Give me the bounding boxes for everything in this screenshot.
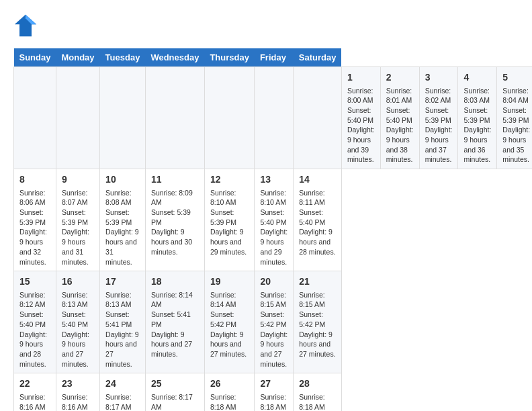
sunrise-info: Sunrise: 8:13 AM <box>62 290 94 310</box>
weekday-header-sunday: Sunday <box>14 48 56 67</box>
calendar-cell: 8 Sunrise: 8:06 AM Sunset: 5:39 PM Dayli… <box>14 169 56 271</box>
sunrise-info: Sunrise: 8:14 AM <box>210 290 249 310</box>
calendar-cell: 12 Sunrise: 8:10 AM Sunset: 5:39 PM Dayl… <box>204 169 255 271</box>
weekday-header-thursday: Thursday <box>204 48 255 67</box>
calendar-cell: 23 Sunrise: 8:16 AM Sunset: 5:44 PM Dayl… <box>56 373 99 411</box>
calendar-cell: 28 Sunrise: 8:18 AM Sunset: 5:47 PM Dayl… <box>294 373 342 411</box>
sunset-info: Sunset: 5:39 PM <box>425 105 453 125</box>
sunrise-info: Sunrise: 8:14 AM <box>151 290 199 310</box>
day-number: 20 <box>260 275 287 289</box>
sunrise-info: Sunrise: 8:10 AM <box>260 188 287 208</box>
daylight-info: Daylight: 9 hours and 36 minutes. <box>463 125 491 165</box>
calendar-cell: 4 Sunrise: 8:03 AM Sunset: 5:39 PM Dayli… <box>458 67 497 169</box>
sunrise-info: Sunrise: 8:00 AM <box>347 86 375 105</box>
weekday-header-wednesday: Wednesday <box>145 48 204 67</box>
daylight-info: Daylight: 9 hours and 27 minutes. <box>62 330 94 369</box>
day-number: 8 <box>19 173 50 187</box>
calendar-cell: 24 Sunrise: 8:17 AM Sunset: 5:44 PM Dayl… <box>100 373 146 411</box>
daylight-info: Daylight: 9 hours and 35 minutes. <box>502 125 530 165</box>
daylight-info: Daylight: 9 hours and 27 minutes. <box>151 330 199 359</box>
calendar-cell: 11 Sunrise: 8:09 AM Sunset: 5:39 PM Dayl… <box>145 169 204 271</box>
sunrise-info: Sunrise: 8:03 AM <box>463 86 491 105</box>
sunrise-info: Sunrise: 8:07 AM <box>62 188 94 208</box>
weekday-header-friday: Friday <box>255 48 294 67</box>
day-number: 14 <box>299 173 336 187</box>
day-number: 19 <box>210 275 249 289</box>
day-number: 3 <box>425 71 453 85</box>
sunrise-info: Sunrise: 8:09 AM <box>151 188 199 208</box>
calendar-cell: 9 Sunrise: 8:07 AM Sunset: 5:39 PM Dayli… <box>56 169 99 271</box>
daylight-info: Daylight: 9 hours and 30 minutes. <box>151 227 199 257</box>
sunset-info: Sunset: 5:40 PM <box>19 310 50 329</box>
daylight-info: Daylight: 9 hours and 29 minutes. <box>260 227 287 267</box>
calendar-cell: 2 Sunrise: 8:01 AM Sunset: 5:40 PM Dayli… <box>380 67 419 169</box>
sunrise-info: Sunrise: 8:08 AM <box>105 188 140 208</box>
sunset-info: Sunset: 5:40 PM <box>299 208 336 227</box>
sunrise-info: Sunrise: 8:04 AM <box>502 86 530 105</box>
calendar-cell: 20 Sunrise: 8:15 AM Sunset: 5:42 PM Dayl… <box>255 271 294 373</box>
calendar-cell <box>204 67 255 169</box>
day-number: 28 <box>299 377 336 391</box>
day-number: 4 <box>463 71 491 85</box>
sunset-info: Sunset: 5:39 PM <box>19 208 50 227</box>
calendar-cell: 26 Sunrise: 8:18 AM Sunset: 5:45 PM Dayl… <box>204 373 255 411</box>
sunrise-info: Sunrise: 8:18 AM <box>260 392 287 411</box>
day-number: 17 <box>105 275 140 289</box>
calendar-week-row: 15 Sunrise: 8:12 AM Sunset: 5:40 PM Dayl… <box>14 271 533 373</box>
calendar-cell: 21 Sunrise: 8:15 AM Sunset: 5:42 PM Dayl… <box>294 271 342 373</box>
calendar-cell: 14 Sunrise: 8:11 AM Sunset: 5:40 PM Dayl… <box>294 169 342 271</box>
daylight-info: Daylight: 9 hours and 38 minutes. <box>386 125 414 165</box>
day-number: 13 <box>260 173 287 187</box>
sunset-info: Sunset: 5:42 PM <box>299 310 336 329</box>
sunset-info: Sunset: 5:40 PM <box>62 310 94 329</box>
sunset-info: Sunset: 5:40 PM <box>347 105 375 125</box>
calendar-cell: 1 Sunrise: 8:00 AM Sunset: 5:40 PM Dayli… <box>341 67 380 169</box>
daylight-info: Daylight: 9 hours and 31 minutes. <box>62 227 94 267</box>
day-number: 21 <box>299 275 336 289</box>
daylight-info: Daylight: 9 hours and 37 minutes. <box>425 125 453 165</box>
calendar-cell: 10 Sunrise: 8:08 AM Sunset: 5:39 PM Dayl… <box>100 169 146 271</box>
sunrise-info: Sunrise: 8:17 AM <box>151 392 199 411</box>
sunrise-info: Sunrise: 8:16 AM <box>62 392 94 411</box>
day-number: 5 <box>502 71 530 85</box>
sunrise-info: Sunrise: 8:01 AM <box>386 86 414 105</box>
day-number: 22 <box>19 377 50 391</box>
calendar-cell <box>14 67 56 169</box>
sunset-info: Sunset: 5:39 PM <box>502 105 530 125</box>
calendar-cell <box>100 67 146 169</box>
calendar-table: SundayMondayTuesdayWednesdayThursdayFrid… <box>13 48 532 411</box>
calendar-cell: 18 Sunrise: 8:14 AM Sunset: 5:41 PM Dayl… <box>145 271 204 373</box>
page-header <box>13 13 519 38</box>
sunrise-info: Sunrise: 8:18 AM <box>210 392 249 411</box>
day-number: 26 <box>210 377 249 391</box>
calendar-cell: 19 Sunrise: 8:14 AM Sunset: 5:42 PM Dayl… <box>204 271 255 373</box>
sunrise-info: Sunrise: 8:15 AM <box>260 290 287 310</box>
calendar-cell: 27 Sunrise: 8:18 AM Sunset: 5:46 PM Dayl… <box>255 373 294 411</box>
daylight-info: Daylight: 9 hours and 32 minutes. <box>19 227 50 267</box>
day-number: 24 <box>105 377 140 391</box>
daylight-info: Daylight: 9 hours and 31 minutes. <box>105 227 140 267</box>
sunset-info: Sunset: 5:41 PM <box>105 310 140 329</box>
logo <box>13 13 42 38</box>
weekday-header-tuesday: Tuesday <box>100 48 146 67</box>
calendar-cell: 5 Sunrise: 8:04 AM Sunset: 5:39 PM Dayli… <box>497 67 532 169</box>
day-number: 15 <box>19 275 50 289</box>
sunset-info: Sunset: 5:39 PM <box>62 208 94 227</box>
sunset-info: Sunset: 5:39 PM <box>463 105 491 125</box>
sunset-info: Sunset: 5:42 PM <box>260 310 287 329</box>
daylight-info: Daylight: 9 hours and 27 minutes. <box>105 330 140 369</box>
sunrise-info: Sunrise: 8:18 AM <box>299 392 336 411</box>
daylight-info: Daylight: 9 hours and 27 minutes. <box>260 330 287 369</box>
daylight-info: Daylight: 9 hours and 27 minutes. <box>210 330 249 359</box>
daylight-info: Daylight: 9 hours and 39 minutes. <box>347 125 375 165</box>
day-number: 23 <box>62 377 94 391</box>
day-number: 12 <box>210 173 249 187</box>
day-number: 9 <box>62 173 94 187</box>
day-number: 16 <box>62 275 94 289</box>
daylight-info: Daylight: 9 hours and 29 minutes. <box>210 227 249 257</box>
calendar-cell: 22 Sunrise: 8:16 AM Sunset: 5:43 PM Dayl… <box>14 373 56 411</box>
day-number: 25 <box>151 377 199 391</box>
calendar-week-row: 8 Sunrise: 8:06 AM Sunset: 5:39 PM Dayli… <box>14 169 533 271</box>
sunrise-info: Sunrise: 8:12 AM <box>19 290 50 310</box>
day-number: 2 <box>386 71 414 85</box>
